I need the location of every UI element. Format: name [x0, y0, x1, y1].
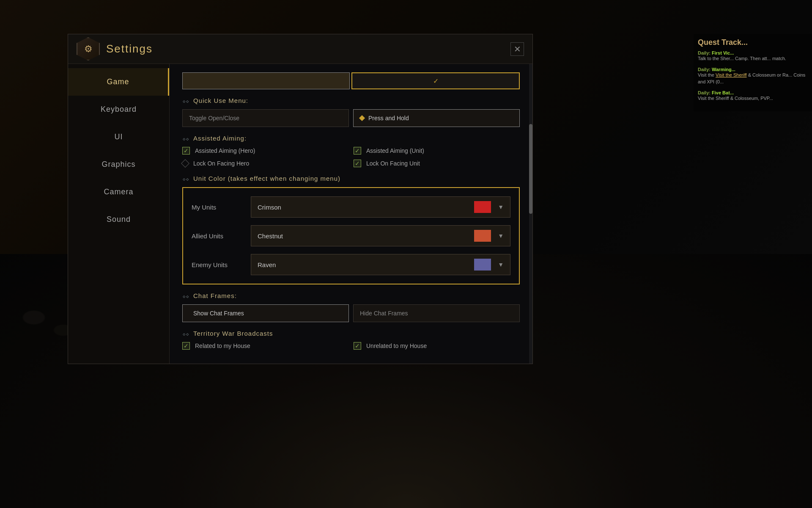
settings-logo: ⚙	[77, 37, 100, 61]
quest-tracker-title: Quest Track...	[698, 38, 808, 47]
allied-units-row: Allied Units Chestnut ▼	[192, 225, 510, 246]
enemy-units-color-swatch	[474, 259, 491, 271]
enemy-units-row: Enemy Units Raven ▼	[192, 254, 510, 275]
my-units-color-name: Crimson	[258, 204, 281, 211]
settings-header: ⚙ Settings ✕	[68, 34, 532, 64]
enemy-units-chevron-down-icon: ▼	[498, 261, 504, 268]
allied-units-chevron-down-icon: ▼	[498, 232, 504, 239]
sidebar-item-ui[interactable]: UI	[68, 123, 169, 151]
press-and-hold-button[interactable]: Press and Hold	[353, 109, 520, 127]
sidebar-item-graphics[interactable]: Graphics	[68, 151, 169, 178]
aiming-options-grid: ✓ Assisted Aiming (Hero) ✓ Assisted Aimi…	[182, 147, 520, 167]
section-arrow-territory-icon: ⬦⬦	[182, 330, 189, 337]
top-tab-1[interactable]	[182, 72, 350, 89]
lock-facing-hero-label: Lock On Facing Hero	[193, 160, 249, 167]
territory-war-header: ⬦⬦ Territory War Broadcasts	[182, 330, 520, 337]
lock-facing-unit-checkbox[interactable]: ✓	[354, 160, 361, 167]
section-arrow-aiming-icon: ⬦⬦	[182, 135, 189, 142]
related-house-label: Related to my House	[195, 342, 250, 349]
chat-frames-label: Chat Frames:	[193, 292, 237, 299]
unrelated-house-label: Unrelated to my House	[366, 342, 427, 349]
lock-facing-unit-row: ✓ Lock On Facing Unit	[354, 160, 520, 167]
enemy-units-dropdown[interactable]: Raven ▼	[251, 254, 510, 275]
aiming-hero-label: Assisted Aiming (Hero)	[195, 147, 255, 154]
sidebar-item-keyboard[interactable]: Keyboard	[68, 96, 169, 123]
assisted-aiming-header: ⬦⬦ Assisted Aiming:	[182, 135, 520, 142]
quest-desc-2: Visit the Visit the Sheriff & Colosseum …	[698, 72, 808, 85]
aiming-hero-checkbox[interactable]: ✓	[182, 147, 190, 155]
quick-use-menu-header: ⬦⬦ Quick Use Menu:	[182, 97, 520, 104]
section-arrow-chat-icon: ⬦⬦	[182, 293, 189, 299]
settings-content: ✓ ⬦⬦ Quick Use Menu: Toggle Open/Close P…	[170, 64, 532, 364]
quest-label-2: Daily: Warming...	[698, 67, 808, 72]
top-tab-2[interactable]: ✓	[351, 72, 520, 89]
enemy-units-label: Enemy Units	[192, 261, 251, 268]
unrelated-house-row: ✓ Unrelated to my House	[354, 342, 520, 350]
sidebar-item-sound[interactable]: Sound	[68, 206, 169, 233]
aiming-unit-label: Assisted Aiming (Unit)	[366, 147, 424, 154]
aiming-unit-row: ✓ Assisted Aiming (Unit)	[354, 147, 520, 155]
chat-frames-header: ⬦⬦ Chat Frames:	[182, 292, 520, 299]
toggle-open-close-button[interactable]: Toggle Open/Close	[182, 109, 349, 127]
top-tabs: ✓	[182, 72, 520, 89]
my-units-dropdown[interactable]: Crimson ▼	[251, 196, 510, 218]
unrelated-house-checkbox[interactable]: ✓	[354, 342, 361, 350]
my-units-row: My Units Crimson ▼	[192, 196, 510, 218]
enemy-units-color-name: Raven	[258, 261, 276, 268]
assisted-aiming-label: Assisted Aiming:	[193, 135, 247, 142]
quest-desc-3: Visit the Sheriff & Colosseum, PVP...	[698, 95, 808, 102]
territory-war-grid: ✓ Related to my House ✓ Unrelated to my …	[182, 342, 520, 350]
settings-dialog: ⚙ Settings ✕ Game Keyboard UI Graphics C…	[68, 34, 533, 364]
show-chat-frames-button[interactable]: Show Chat Frames	[182, 304, 349, 322]
quest-label-1: Daily: First Vic...	[698, 50, 808, 55]
close-button[interactable]: ✕	[510, 42, 524, 56]
unit-color-label: Unit Color (takes effect when changing m…	[193, 175, 340, 182]
section-arrow-icon: ⬦⬦	[182, 97, 189, 104]
unit-color-section: My Units Crimson ▼ Allied Units Chestnut	[182, 187, 520, 284]
my-units-label: My Units	[192, 204, 251, 211]
quest-item-3: Daily: Five Bat... Visit the Sheriff & C…	[698, 90, 808, 102]
settings-title-text: Settings	[106, 42, 153, 55]
section-arrow-color-icon: ⬦⬦	[182, 175, 189, 182]
lock-facing-hero-checkbox[interactable]	[181, 159, 189, 168]
related-house-row: ✓ Related to my House	[182, 342, 348, 350]
allied-units-color-name: Chestnut	[258, 232, 283, 240]
diamond-icon	[359, 115, 365, 121]
quest-desc-1: Talk to the Sher... Camp. Then att... ma…	[698, 55, 808, 62]
sidebar-item-game[interactable]: Game	[68, 68, 169, 96]
my-units-color-swatch	[474, 201, 491, 213]
quick-use-menu-label: Quick Use Menu:	[193, 97, 248, 104]
quest-link-sheriff[interactable]: Visit the Sheriff	[716, 72, 747, 77]
quest-label-3: Daily: Five Bat...	[698, 90, 808, 95]
gear-icon: ⚙	[84, 44, 93, 55]
chat-frame-button-row: Show Chat Frames Hide Chat Frames	[182, 304, 520, 322]
scrollbar[interactable]	[529, 64, 532, 364]
allied-units-label: Allied Units	[192, 232, 251, 240]
hide-chat-frames-button[interactable]: Hide Chat Frames	[353, 304, 520, 322]
aiming-hero-row: ✓ Assisted Aiming (Hero)	[182, 147, 348, 155]
unit-color-header: ⬦⬦ Unit Color (takes effect when changin…	[182, 175, 520, 182]
settings-body: Game Keyboard UI Graphics Camera Sound ✓…	[68, 64, 532, 364]
scroll-thumb[interactable]	[529, 124, 532, 214]
sidebar-item-camera[interactable]: Camera	[68, 178, 169, 206]
territory-war-label: Territory War Broadcasts	[193, 330, 273, 337]
settings-sidebar: Game Keyboard UI Graphics Camera Sound	[68, 64, 170, 364]
my-units-chevron-down-icon: ▼	[498, 204, 504, 210]
quest-item-1: Daily: First Vic... Talk to the Sher... …	[698, 50, 808, 62]
lock-facing-hero-row: Lock On Facing Hero	[182, 160, 348, 167]
quick-use-button-row: Toggle Open/Close Press and Hold	[182, 109, 520, 127]
allied-units-dropdown[interactable]: Chestnut ▼	[251, 225, 510, 246]
quest-item-2: Daily: Warming... Visit the Visit the Sh…	[698, 67, 808, 85]
lock-facing-unit-label: Lock On Facing Unit	[366, 160, 420, 167]
allied-units-color-swatch	[474, 230, 491, 242]
aiming-unit-checkbox[interactable]: ✓	[354, 147, 361, 155]
related-house-checkbox[interactable]: ✓	[182, 342, 190, 350]
quest-tracker: Quest Track... Daily: First Vic... Talk …	[694, 34, 812, 111]
